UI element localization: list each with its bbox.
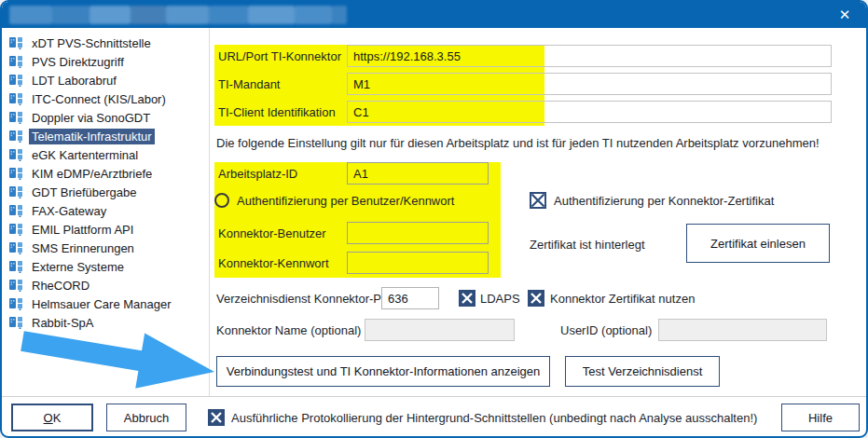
auth-user-password-label: Authentifizierung per Benutzer/Kennwort bbox=[237, 191, 454, 210]
interface-icon bbox=[9, 93, 23, 105]
sidebar-item-label: ITC-Connect (KIS/Labor) bbox=[29, 91, 169, 107]
ldaps-checkbox[interactable] bbox=[459, 290, 475, 307]
sidebar-item-pvs-direktzugriff[interactable]: PVS Direktzugriff bbox=[9, 52, 205, 71]
sidebar-item-label: Externe Systeme bbox=[29, 259, 127, 275]
arbeitsplatz-id-input[interactable] bbox=[347, 162, 489, 185]
sidebar-item-itc-connect-kis-labor[interactable]: ITC-Connect (KIS/Labor) bbox=[9, 89, 205, 108]
use-konnektor-certificate-label: Konnektor Zertifikat nutzen bbox=[550, 289, 695, 308]
window-title-redacted bbox=[9, 6, 347, 24]
read-certificate-button[interactable]: Zertifikat einlesen bbox=[686, 224, 830, 263]
interface-icon bbox=[9, 186, 23, 198]
close-icon: ✕ bbox=[839, 7, 851, 23]
sidebar-item-sms-erinnerungen[interactable]: SMS Erinnerungen bbox=[9, 239, 205, 257]
ok-button[interactable]: OK bbox=[11, 404, 93, 431]
konnektor-kennwort-input[interactable] bbox=[347, 252, 489, 274]
sidebar-item-telematik-infrastruktur[interactable]: Telematik-Infrastruktur bbox=[9, 127, 205, 145]
interface-icon bbox=[9, 224, 23, 236]
help-button[interactable]: Hilfe bbox=[781, 404, 860, 431]
sidebar-item-label: LDT Laborabruf bbox=[29, 73, 119, 89]
sidebar-item-kim-edmp-earztbriefe[interactable]: KIM eDMP/eArztbriefe bbox=[9, 164, 205, 183]
interface-icon bbox=[9, 130, 23, 143]
url-port-label: URL/Port TI-Konnektor bbox=[218, 45, 341, 67]
sidebar-item-label: SMS Erinnerungen bbox=[29, 240, 137, 256]
sidebar-item-emil-plattform-api[interactable]: EMIL Plattform API bbox=[9, 220, 205, 239]
ti-mandant-label: TI-Mandant bbox=[218, 73, 280, 95]
close-button[interactable]: ✕ bbox=[829, 2, 861, 28]
interface-icon bbox=[9, 298, 23, 310]
sidebar-item-doppler-via-sonogdt[interactable]: Doppler via SonoGDT bbox=[9, 108, 205, 127]
settings-dialog: ✕ xDT PVS-Schnittstelle bbox=[0, 0, 868, 438]
sidebar-item-fax-gateway[interactable]: FAX-Gateway bbox=[9, 201, 205, 220]
konnektor-kennwort-label: Konnektor-Kennwort bbox=[218, 252, 329, 274]
certificate-status-text: Zertifikat ist hinterlegt bbox=[530, 235, 645, 253]
interface-icon bbox=[9, 56, 23, 68]
interface-icon bbox=[9, 168, 23, 180]
userid-label: UserID (optional) bbox=[560, 319, 652, 341]
sidebar-item-egk-kartenterminal[interactable]: eGK Kartenterminal bbox=[9, 145, 205, 164]
annotation-arrow bbox=[21, 326, 221, 396]
workstation-notice: Die folgende Einstellung gilt nur für di… bbox=[216, 133, 820, 152]
konnektor-name-input[interactable] bbox=[365, 319, 515, 341]
auth-certificate-checkbox[interactable] bbox=[530, 192, 546, 209]
use-konnektor-certificate-checkbox[interactable] bbox=[528, 290, 544, 307]
sidebar-item-externe-systeme[interactable]: Externe Systeme bbox=[9, 257, 205, 276]
url-port-input[interactable] bbox=[347, 45, 832, 67]
auth-certificate-label: Authentifizierung per Konnektor-Zertifik… bbox=[554, 191, 774, 210]
sidebar: xDT PVS-Schnittstelle PVS Direktzugriff bbox=[9, 34, 205, 332]
directory-port-label: Verzeichnisdienst Konnektor-Port bbox=[216, 287, 395, 309]
ti-mandant-input[interactable] bbox=[347, 73, 832, 95]
interface-icon bbox=[9, 261, 23, 273]
sidebar-item-label: RheCORD bbox=[29, 278, 92, 294]
sidebar-item-label: Telematik-Infrastruktur bbox=[29, 129, 155, 144]
ti-client-label: TI-Client Identifikation bbox=[218, 101, 336, 123]
sidebar-item-helmsauer-care-manager[interactable]: Helmsauer Care Manager bbox=[9, 294, 205, 313]
ti-client-input[interactable] bbox=[347, 101, 832, 123]
sidebar-item-ldt-laborabruf[interactable]: LDT Laborabruf bbox=[9, 71, 205, 89]
cancel-button[interactable]: Abbruch bbox=[106, 404, 186, 431]
interface-icon bbox=[9, 242, 23, 254]
auth-user-password-radio[interactable] bbox=[214, 193, 229, 208]
test-directory-button[interactable]: Test Verzeichnisdienst bbox=[565, 356, 720, 387]
verbose-logging-checkbox[interactable] bbox=[208, 409, 225, 426]
sidebar-item-label: eGK Kartenterminal bbox=[29, 147, 141, 163]
interface-icon bbox=[9, 149, 23, 161]
ldaps-label: LDAPS bbox=[480, 289, 520, 308]
footer-divider bbox=[2, 396, 868, 397]
arbeitsplatz-id-label: Arbeitsplatz-ID bbox=[218, 162, 297, 185]
interface-icon bbox=[9, 112, 23, 124]
sidebar-item-rhecord[interactable]: RheCORD bbox=[9, 276, 205, 294]
sidebar-item-label: xDT PVS-Schnittstelle bbox=[29, 35, 154, 51]
interface-icon bbox=[9, 75, 23, 87]
sidebar-item-label: Helmsauer Care Manager bbox=[29, 296, 174, 312]
connection-test-button[interactable]: Verbindungstest und TI Konnektor-Informa… bbox=[216, 356, 550, 387]
directory-port-input[interactable] bbox=[381, 287, 439, 309]
verbose-logging-label: Ausführliche Protokollierung der Hinterg… bbox=[231, 408, 757, 427]
sidebar-item-label: EMIL Plattform API bbox=[29, 222, 136, 238]
sidebar-item-label: Doppler via SonoGDT bbox=[29, 110, 153, 126]
sidebar-item-label: KIM eDMP/eArztbriefe bbox=[29, 166, 155, 182]
sidebar-item-label: PVS Direktzugriff bbox=[29, 54, 127, 70]
sidebar-item-gdt-brief-bergabe[interactable]: GDT Briefübergabe bbox=[9, 183, 205, 201]
interface-icon bbox=[9, 37, 23, 49]
titlebar: ✕ bbox=[2, 2, 866, 28]
konnektor-benutzer-label: Konnektor-Benutzer bbox=[218, 222, 326, 244]
interface-icon bbox=[9, 205, 23, 217]
sidebar-item-label: FAX-Gateway bbox=[29, 203, 109, 219]
userid-input[interactable] bbox=[658, 319, 827, 341]
konnektor-name-label: Konnektor Name (optional) bbox=[216, 319, 361, 341]
interface-icon bbox=[9, 280, 23, 292]
sidebar-item-xdt-pvs-schnittstelle[interactable]: xDT PVS-Schnittstelle bbox=[9, 34, 205, 52]
sidebar-item-label: GDT Briefübergabe bbox=[29, 185, 140, 200]
konnektor-benutzer-input[interactable] bbox=[347, 222, 489, 244]
